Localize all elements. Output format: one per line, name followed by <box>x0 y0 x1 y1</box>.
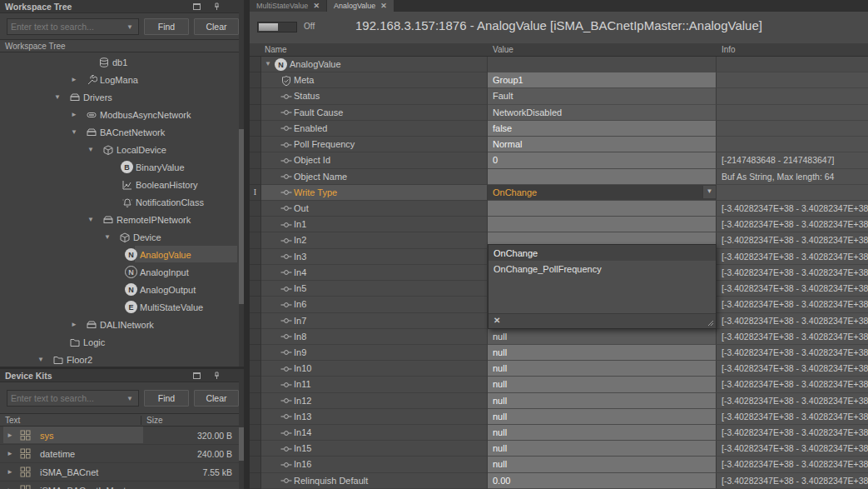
property-name-cell[interactable]: In16 <box>261 457 488 472</box>
property-name-cell[interactable]: In6 <box>261 297 488 312</box>
property-name-cell[interactable]: In1 <box>261 217 488 232</box>
property-value-cell[interactable]: null <box>488 329 717 345</box>
kits-search-input[interactable]: Enter text to search... ▼ <box>7 390 139 407</box>
property-value-cell[interactable]: null <box>488 457 717 472</box>
close-icon[interactable]: ✕ <box>494 316 500 325</box>
property-name-cell[interactable]: In4 <box>261 265 488 281</box>
collapse-arrow-icon[interactable]: ▼ <box>86 146 96 153</box>
tree-item-db1[interactable]: db1 <box>0 53 239 71</box>
property-value-cell[interactable]: null <box>488 361 717 377</box>
row-gutter[interactable] <box>250 345 261 361</box>
collapse-arrow-icon[interactable]: ▼ <box>86 216 96 223</box>
row-gutter[interactable] <box>250 473 261 489</box>
property-value-cell[interactable] <box>488 217 717 232</box>
expand-arrow-icon[interactable]: ► <box>7 468 13 476</box>
combo-dropdown-button[interactable]: ▼ <box>702 186 716 198</box>
property-name-cell[interactable]: In5 <box>261 281 488 297</box>
property-name-cell[interactable]: Object Id <box>261 152 488 168</box>
tab-close-icon[interactable]: ✕ <box>380 2 387 10</box>
workspace-find-button[interactable]: Find <box>144 18 189 35</box>
tree-item-dalinetwork[interactable]: ►DALINetwork <box>0 316 239 333</box>
kits-clear-button[interactable]: Clear <box>194 390 239 407</box>
row-gutter[interactable] <box>250 377 261 392</box>
collapse-arrow-icon[interactable]: ▼ <box>102 233 112 241</box>
tree-item-logic[interactable]: Logic <box>0 333 239 351</box>
row-gutter[interactable] <box>250 281 261 297</box>
property-name-cell[interactable]: In2 <box>261 232 488 248</box>
tab-close-icon[interactable]: ✕ <box>313 2 320 10</box>
property-name-cell[interactable]: ▼NAnalogValue <box>261 57 488 72</box>
horizontal-splitter[interactable] <box>0 367 244 369</box>
property-value-cell[interactable] <box>488 57 717 72</box>
tree-item-booleanhistory[interactable]: BooleanHistory <box>0 176 239 193</box>
tree-item-analoginput[interactable]: NAnalogInput <box>0 263 239 281</box>
property-value-cell[interactable]: null <box>488 441 717 457</box>
maximize-icon[interactable] <box>193 3 201 10</box>
maximize-icon[interactable] <box>193 372 201 379</box>
property-name-cell[interactable]: Status <box>261 88 488 104</box>
property-name-cell[interactable]: Fault Cause <box>261 105 488 121</box>
kit-row-isma_bacnet[interactable]: ►iSMA_BACnet7.55 kB <box>0 463 239 482</box>
dropdown-option-onchange[interactable]: OnChange <box>489 245 716 261</box>
row-gutter[interactable] <box>250 232 261 248</box>
property-value-cell[interactable]: 0.00 <box>488 473 717 489</box>
row-gutter[interactable] <box>250 72 261 88</box>
property-name-cell[interactable]: Out <box>261 201 488 217</box>
property-name-cell[interactable]: In11 <box>261 377 488 392</box>
row-gutter[interactable] <box>250 425 261 441</box>
property-name-cell[interactable]: In3 <box>261 249 488 265</box>
kit-row-sys[interactable]: ►sys320.00 B <box>0 427 239 445</box>
property-name-cell[interactable]: In10 <box>261 361 488 377</box>
expand-arrow-icon[interactable]: ► <box>69 321 79 328</box>
property-value-cell[interactable] <box>488 169 717 185</box>
expand-arrow-icon[interactable]: ► <box>69 76 79 83</box>
property-name-cell[interactable]: In9 <box>261 345 488 361</box>
property-name-cell[interactable]: Meta <box>261 72 488 88</box>
property-value-cell[interactable]: OnChange▼ <box>488 185 717 201</box>
property-name-cell[interactable]: Enabled <box>261 121 488 137</box>
expand-arrow-icon[interactable]: ► <box>69 111 79 118</box>
tab-analogvalue[interactable]: AnalogValue✕ <box>327 0 394 12</box>
row-gutter[interactable] <box>250 249 261 265</box>
kits-find-button[interactable]: Find <box>144 390 189 407</box>
property-value-cell[interactable]: null <box>488 345 717 361</box>
expand-arrow-icon[interactable]: ► <box>7 432 13 439</box>
tree-item-floor2[interactable]: ▼Floor2 <box>0 351 239 367</box>
row-gutter[interactable] <box>250 88 261 104</box>
property-value-cell[interactable]: null <box>488 425 717 441</box>
row-gutter[interactable] <box>250 361 261 377</box>
tree-item-localdevice[interactable]: ▼LocalDevice <box>0 141 239 158</box>
row-gutter[interactable] <box>250 201 261 217</box>
property-name-cell[interactable]: In15 <box>261 441 488 457</box>
tree-item-binaryvalue[interactable]: BBinaryValue <box>0 158 239 176</box>
collapse-arrow-icon[interactable]: ▼ <box>265 57 271 72</box>
row-gutter[interactable] <box>250 441 261 457</box>
chevron-down-icon[interactable]: ▼ <box>125 23 135 31</box>
tab-multistatevalue[interactable]: MultiStateValue✕ <box>250 0 326 12</box>
row-gutter[interactable]: I <box>250 185 261 201</box>
property-name-cell[interactable]: In8 <box>261 329 488 345</box>
row-gutter[interactable] <box>250 57 261 72</box>
property-name-cell[interactable]: Write Type <box>261 185 488 201</box>
property-name-cell[interactable]: Relinquish Default <box>261 473 488 489</box>
pin-icon[interactable] <box>212 372 221 380</box>
tree-item-bacnetnetwork[interactable]: ▼BACnetNetwork <box>0 123 239 141</box>
tree-item-remoteipnetwork[interactable]: ▼RemoteIPNetwork <box>0 211 239 228</box>
row-gutter[interactable] <box>250 121 261 137</box>
kit-row-datetime[interactable]: ►datetime240.00 B <box>0 445 239 463</box>
row-gutter[interactable] <box>250 169 261 185</box>
property-value-cell[interactable]: false <box>488 121 717 137</box>
property-name-cell[interactable]: In14 <box>261 425 488 441</box>
property-value-cell[interactable]: Normal <box>488 137 717 152</box>
property-value-cell[interactable]: NetworkDisabled <box>488 105 717 121</box>
collapse-arrow-icon[interactable]: ▼ <box>69 128 79 136</box>
row-gutter[interactable] <box>250 137 261 152</box>
property-value-cell[interactable]: Group1 <box>488 72 717 88</box>
vertical-splitter[interactable] <box>244 0 250 489</box>
row-gutter[interactable] <box>250 329 261 345</box>
kit-row-isma_bacnetipmaster[interactable]: ►iSMA_BACnetIpMaster <box>0 482 239 489</box>
row-gutter[interactable] <box>250 152 261 168</box>
property-name-cell[interactable]: Object Name <box>261 169 488 185</box>
row-gutter[interactable] <box>250 297 261 312</box>
workspace-clear-button[interactable]: Clear <box>194 18 239 35</box>
